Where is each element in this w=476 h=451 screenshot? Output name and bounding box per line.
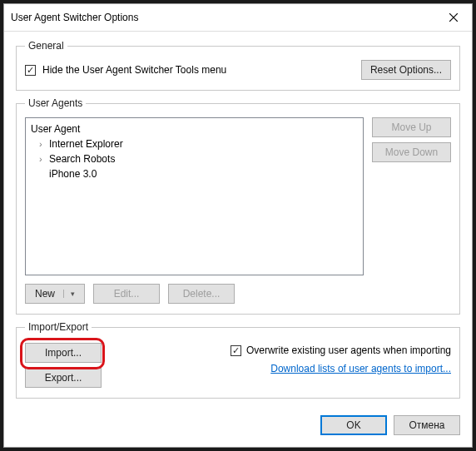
chevron-right-icon: › — [39, 154, 47, 164]
download-lists-link[interactable]: Download lists of user agents to import.… — [270, 363, 451, 374]
import-export-group: Import/Export Import... Export... Overwr… — [16, 321, 460, 399]
edit-button[interactable]: Edit... — [93, 284, 160, 304]
hide-menu-label: Hide the User Agent Switcher Tools menu — [42, 64, 226, 76]
list-item-label: User Agent — [31, 123, 80, 135]
list-item-label: iPhone 3.0 — [49, 168, 97, 180]
list-item[interactable]: iPhone 3.0 — [31, 166, 358, 181]
new-button[interactable]: New ▾ — [25, 284, 85, 304]
delete-button[interactable]: Delete... — [168, 284, 235, 304]
new-button-label: New — [35, 288, 55, 300]
list-item-label: Search Robots — [49, 153, 115, 165]
dialog-footer: OK Отмена — [4, 407, 472, 447]
titlebar: User Agent Switcher Options — [4, 4, 472, 32]
general-legend: General — [25, 40, 67, 52]
general-group: General Hide the User Agent Switcher Too… — [16, 40, 460, 91]
cancel-button[interactable]: Отмена — [394, 415, 460, 435]
chevron-right-icon: › — [39, 139, 47, 149]
options-dialog: User Agent Switcher Options General Hide… — [3, 3, 473, 448]
move-down-button[interactable]: Move Down — [372, 142, 451, 162]
import-button[interactable]: Import... — [25, 343, 102, 363]
list-item[interactable]: › Search Robots — [31, 151, 358, 166]
hide-menu-checkbox[interactable] — [25, 65, 36, 76]
overwrite-label: Overwrite existing user agents when impo… — [246, 344, 451, 356]
reset-options-button[interactable]: Reset Options... — [361, 60, 451, 80]
overwrite-checkbox[interactable] — [231, 345, 241, 356]
export-button[interactable]: Export... — [25, 368, 102, 388]
import-export-legend: Import/Export — [25, 321, 92, 333]
close-icon — [449, 13, 458, 22]
move-up-button[interactable]: Move Up — [372, 117, 451, 137]
list-item[interactable]: › Internet Explorer — [31, 136, 358, 151]
caret-down-icon: ▾ — [63, 290, 75, 298]
close-button[interactable] — [442, 9, 465, 26]
user-agents-group: User Agents User Agent › Internet Explor… — [16, 97, 460, 315]
user-agents-legend: User Agents — [25, 97, 86, 109]
list-item-label: Internet Explorer — [49, 138, 123, 150]
user-agents-list[interactable]: User Agent › Internet Explorer › Search … — [25, 117, 364, 275]
list-item[interactable]: User Agent — [31, 121, 358, 136]
window-title: User Agent Switcher Options — [11, 12, 138, 23]
dialog-content: General Hide the User Agent Switcher Too… — [4, 32, 472, 407]
ok-button[interactable]: OK — [320, 415, 387, 435]
